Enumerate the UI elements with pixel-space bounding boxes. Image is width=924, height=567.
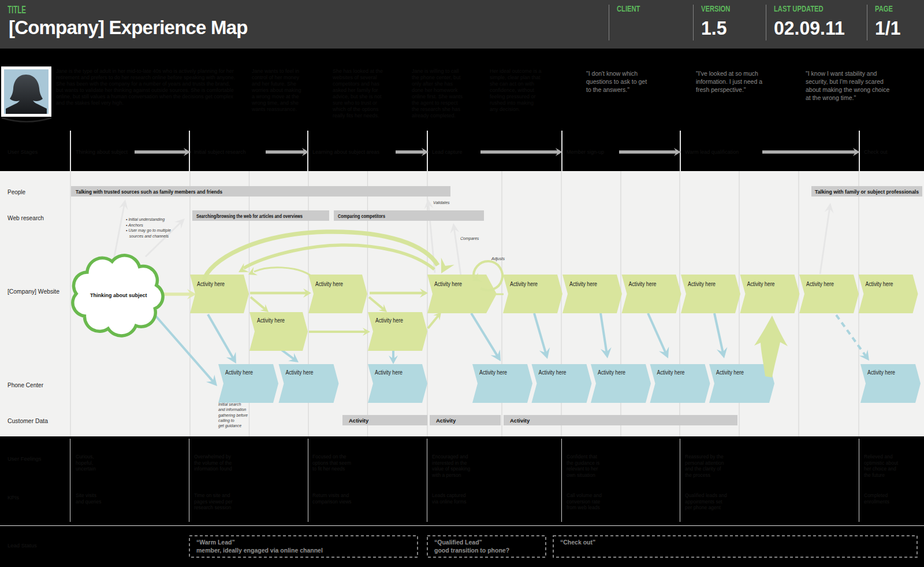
svg-text:Activity here: Activity here (716, 369, 744, 376)
svg-text:Validates: Validates (433, 201, 450, 205)
svg-text:Activity here: Activity here (375, 317, 403, 324)
svg-text:Initial search: Initial search (218, 402, 241, 406)
svg-text:Learning about subject areas: Learning about subject areas (312, 149, 380, 155)
svg-text:sources and channels: sources and channels (126, 234, 169, 238)
svg-text:Thinking about subject: Thinking about subject (76, 149, 128, 155)
svg-text:Activity: Activity (510, 417, 530, 424)
svg-text:• Anchors: • Anchors (126, 223, 143, 227)
svg-text:Activity here: Activity here (866, 281, 893, 287)
svg-text:gathering before: gathering before (218, 413, 248, 418)
svg-text:User Stages: User Stages (8, 149, 38, 155)
svg-text:Activity here: Activity here (315, 281, 343, 287)
svg-text:• Initial understanding: • Initial understanding (126, 217, 165, 222)
svg-text:Web research: Web research (8, 214, 44, 221)
svg-text:Activity: Activity (349, 417, 369, 424)
svg-text:calling to: calling to (218, 418, 234, 423)
svg-text:Activity: Activity (436, 417, 456, 424)
svg-text:Activity here: Activity here (806, 281, 834, 287)
svg-text:Activity here: Activity here (375, 369, 403, 376)
svg-text:Activity here: Activity here (510, 281, 538, 287)
svg-text:Activity here: Activity here (434, 281, 462, 287)
svg-text:Activity here: Activity here (225, 369, 253, 376)
svg-text:Phone Center: Phone Center (8, 381, 43, 388)
svg-text:Activity here: Activity here (479, 369, 507, 376)
svg-text:Activity here: Activity here (598, 369, 625, 376)
svg-text:Warm lead qualification: Warm lead qualification (685, 149, 739, 155)
svg-text:Compares: Compares (460, 236, 479, 241)
svg-text:Activity here: Activity here (867, 369, 895, 376)
svg-text:Thinking about subject: Thinking about subject (90, 292, 147, 298)
svg-text:Member sign-up: Member sign-up (567, 149, 604, 155)
svg-text:• User may go to multiple: • User may go to multiple (126, 228, 171, 233)
svg-text:Lead capture: Lead capture (432, 149, 463, 155)
svg-text:Initial subject research: Initial subject research (194, 149, 246, 155)
svg-text:Activity here: Activity here (257, 317, 285, 324)
svg-text:Activity here: Activity here (657, 369, 685, 376)
svg-text:Activity here: Activity here (688, 281, 716, 287)
svg-text:Activity here: Activity here (539, 369, 567, 376)
svg-text:Comparing competitors: Comparing competitors (338, 213, 385, 219)
svg-text:Adjusts: Adjusts (491, 257, 505, 261)
svg-text:Talking with trusted sources s: Talking with trusted sources such as fam… (76, 188, 222, 195)
svg-text:Searching/browsing the web for: Searching/browsing the web for articles … (196, 213, 303, 219)
svg-text:Customer Data: Customer Data (8, 417, 49, 424)
svg-text:Check out: Check out (864, 149, 888, 155)
svg-text:and information: and information (218, 407, 246, 412)
svg-text:Activity here: Activity here (747, 281, 775, 287)
svg-text:Talking with family or subject: Talking with family or subject professio… (815, 189, 919, 195)
svg-text:get guidance: get guidance (218, 424, 241, 428)
svg-text:Activity here: Activity here (197, 281, 225, 287)
svg-text:[Company] Website: [Company] Website (8, 288, 59, 295)
svg-text:Activity here: Activity here (286, 369, 314, 376)
svg-text:Activity here: Activity here (629, 281, 657, 287)
svg-text:Activity here: Activity here (569, 281, 597, 287)
svg-text:People: People (8, 188, 25, 195)
